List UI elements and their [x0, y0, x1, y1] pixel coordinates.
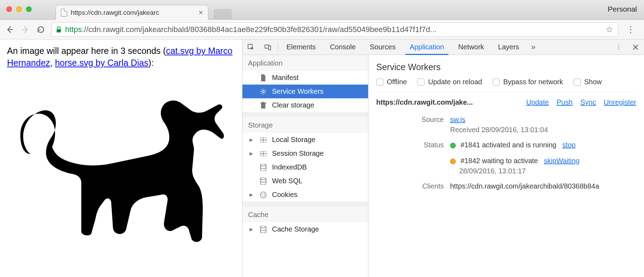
sidebar-group-cache: Cache — [242, 207, 368, 222]
svg-line-13 — [265, 89, 265, 90]
devtools-tab-sources[interactable]: Sources — [363, 39, 403, 55]
svg-point-6 — [262, 91, 264, 93]
close-window-button[interactable] — [6, 6, 12, 12]
reload-button[interactable] — [37, 25, 45, 34]
page-icon — [61, 9, 67, 17]
svg-rect-2 — [57, 29, 61, 32]
status-dot-green-icon — [450, 143, 456, 148]
bookmark-star-icon[interactable]: ☆ — [606, 25, 613, 35]
sw-scope: https://cdn.rawgit.com/jake... — [376, 98, 473, 106]
device-toolbar-button[interactable] — [259, 39, 276, 55]
devtools-tabbar: Elements Console Sources Application Net… — [242, 39, 644, 55]
devtools-tab-elements[interactable]: Elements — [279, 39, 323, 55]
sidebar-item-label: Service Workers — [272, 87, 323, 96]
sidebar-group-application: Application — [242, 55, 368, 71]
sw-action-sync[interactable]: Sync — [580, 98, 596, 106]
minimize-window-button[interactable] — [16, 6, 22, 12]
database-icon — [259, 164, 267, 171]
back-button[interactable] — [6, 25, 15, 34]
checkbox[interactable] — [493, 79, 500, 86]
sw-opt-show[interactable]: Show — [574, 78, 602, 86]
browser-menu-button[interactable]: ⋮ — [624, 25, 637, 35]
cookie-icon — [259, 191, 267, 199]
trash-icon — [259, 101, 267, 109]
svg-line-11 — [261, 89, 262, 90]
sw-opt-offline[interactable]: Offline — [376, 78, 407, 86]
sidebar-item-label: Clear storage — [272, 101, 314, 109]
svg-point-24 — [260, 164, 266, 166]
sidebar-item-label: IndexedDB — [272, 163, 307, 171]
tab-close-button[interactable]: × — [198, 8, 203, 17]
new-tab-button[interactable] — [214, 9, 232, 19]
checkbox[interactable] — [376, 79, 383, 86]
sw-opt-update-on-reload[interactable]: Update on reload — [417, 78, 482, 86]
sw-status-time: 28/09/2016, 13:01:17 — [450, 167, 636, 175]
url-text: https://cdn.rawgit.com/jakearchibald/803… — [65, 25, 437, 34]
application-sidebar: Application Manifest Service Workers Cle… — [242, 55, 368, 277]
sidebar-item-cookies[interactable]: ▶ Cookies — [242, 188, 368, 202]
checkbox[interactable] — [574, 79, 581, 86]
sidebar-item-service-workers[interactable]: Service Workers — [242, 85, 368, 98]
sw-action-update[interactable]: Update — [526, 98, 549, 106]
devtools-tab-console[interactable]: Console — [323, 39, 362, 55]
browser-tab[interactable]: https://cdn.rawgit.com/jakearc × — [56, 5, 208, 20]
svg-rect-16 — [260, 103, 266, 104]
sw-skipwaiting-link[interactable]: skipWaiting — [544, 157, 580, 165]
sw-opt-bypass-for-network[interactable]: Bypass for network — [493, 78, 563, 86]
sidebar-item-session-storage[interactable]: ▶ Session Storage — [242, 147, 368, 160]
sidebar-item-indexeddb[interactable]: IndexedDB — [242, 160, 368, 174]
caret-icon: ▶ — [250, 192, 253, 197]
address-bar[interactable]: https://cdn.rawgit.com/jakearchibald/803… — [51, 23, 618, 37]
inspect-element-button[interactable] — [242, 39, 259, 55]
sidebar-item-label: Cookies — [272, 191, 297, 199]
sidebar-item-label: Local Storage — [272, 136, 315, 144]
status-dot-orange-icon — [450, 159, 456, 164]
document-icon — [259, 74, 267, 82]
cat-image — [6, 71, 235, 247]
svg-line-14 — [261, 93, 262, 94]
profile-label[interactable]: Personal — [608, 5, 637, 13]
tab-title: https://cdn.rawgit.com/jakearc — [71, 9, 159, 17]
zoom-window-button[interactable] — [26, 6, 32, 12]
devtools-tabs-overflow[interactable]: » — [526, 39, 540, 55]
devtools-panel: Elements Console Sources Application Net… — [242, 39, 644, 277]
caret-icon: ▶ — [250, 137, 253, 142]
forward-button[interactable] — [21, 25, 30, 34]
page-text: An image will appear here in 3 seconds ( — [7, 46, 166, 56]
svg-point-26 — [260, 192, 266, 198]
checkbox[interactable] — [417, 79, 424, 86]
sw-action-push[interactable]: Push — [557, 98, 573, 106]
sidebar-item-local-storage[interactable]: ▶ Local Storage — [242, 133, 368, 147]
service-workers-pane: Service Workers Offline Update on reload… — [368, 55, 644, 277]
sw-action-unregister[interactable]: Unregister — [604, 98, 636, 106]
devtools-close-button[interactable] — [627, 44, 644, 50]
sw-clients-value: https://cdn.rawgit.com/jakearchibald/803… — [450, 182, 636, 190]
browser-toolbar: https://cdn.rawgit.com/jakearchibald/803… — [0, 20, 644, 39]
label-clients: Clients — [376, 182, 450, 190]
database-icon — [259, 177, 267, 185]
sidebar-item-manifest[interactable]: Manifest — [242, 71, 368, 85]
sidebar-group-storage: Storage — [242, 117, 368, 133]
devtools-tab-application[interactable]: Application — [403, 39, 451, 55]
devtools-tab-network[interactable]: Network — [451, 39, 491, 55]
sidebar-item-web-sql[interactable]: Web SQL — [242, 174, 368, 188]
devtools-menu-button[interactable]: ⋮ — [610, 44, 627, 50]
sw-source-received: Received 28/09/2016, 13:01:04 — [450, 126, 636, 134]
svg-point-31 — [260, 226, 266, 228]
sidebar-item-label: Manifest — [272, 74, 299, 82]
sidebar-item-label: Web SQL — [272, 177, 302, 185]
caret-icon: ▶ — [250, 227, 253, 232]
label-source: Source — [376, 116, 450, 124]
sw-source-link[interactable]: sw.js — [450, 116, 465, 123]
sidebar-item-clear-storage[interactable]: Clear storage — [242, 98, 368, 112]
window-titlebar: https://cdn.rawgit.com/jakearc × Persona… — [0, 0, 644, 20]
sw-status-row: #1841 activated and is running stop — [450, 141, 636, 149]
link-horse-svg[interactable]: horse.svg by Carla Dias — [55, 58, 148, 68]
sw-stop-link[interactable]: stop — [562, 141, 576, 149]
svg-rect-5 — [269, 46, 271, 50]
devtools-tab-layers[interactable]: Layers — [491, 39, 526, 55]
svg-point-30 — [264, 195, 265, 196]
pane-heading: Service Workers — [376, 62, 636, 72]
sidebar-item-cache-storage[interactable]: ▶ Cache Storage — [242, 222, 368, 236]
lock-icon — [56, 26, 62, 33]
